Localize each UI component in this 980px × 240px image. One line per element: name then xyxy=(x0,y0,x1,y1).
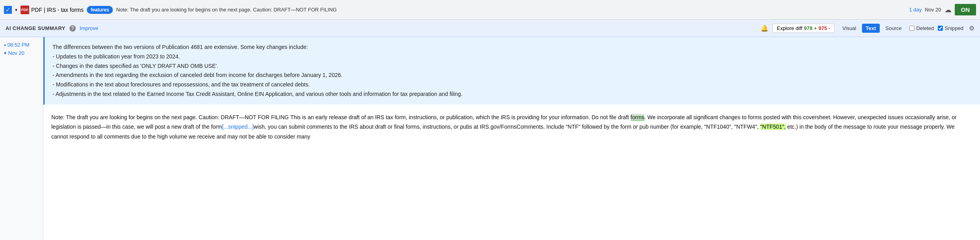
help-icon[interactable]: ? xyxy=(69,25,76,32)
cloud-icon: ☁ xyxy=(944,6,952,14)
main-layout: ▾ 08:52 PM ▾ Nov 20 The differences betw… xyxy=(0,37,980,240)
tab-source[interactable]: Source xyxy=(881,24,905,33)
document-body: Note: The draft you are looking for begi… xyxy=(43,105,980,142)
sidebar-time[interactable]: ▾ 08:52 PM xyxy=(0,40,43,49)
date-label: Nov 20 xyxy=(925,7,941,13)
sidebar-date-value: Nov 20 xyxy=(8,50,24,56)
ai-change-label: AI CHANGE SUMMARY xyxy=(6,25,66,31)
top-bar: ✓ ▾ PDF PDF | IRS - tax forms features N… xyxy=(0,0,980,20)
pdf-title: PDF | IRS - tax forms xyxy=(31,7,84,13)
snipped-label: Snipped xyxy=(944,25,963,31)
explore-diff[interactable]: Explore diff 978 + 975 - xyxy=(772,24,834,33)
summary-bar: AI CHANGE SUMMARY ? Improve 🔔 Explore di… xyxy=(0,20,980,37)
on-button[interactable]: ON xyxy=(955,4,976,15)
features-badge[interactable]: features xyxy=(87,6,113,14)
tab-visual[interactable]: Visual xyxy=(838,24,860,33)
diff-added: 978 + xyxy=(804,25,817,31)
select-checkbox[interactable]: ✓ xyxy=(4,6,12,14)
ai-summary-line-1: The differences between the two versions… xyxy=(52,43,972,52)
top-bar-note: Note: The draft you are looking for begi… xyxy=(116,7,906,13)
snipped-checkbox-label[interactable]: Snipped xyxy=(938,25,963,31)
snipped-checkbox[interactable] xyxy=(938,26,943,31)
ai-summary-line-3: - Changes in the dates specified as 'ONL… xyxy=(52,62,972,71)
pdf-icon: PDF xyxy=(21,6,29,14)
sidebar-time-value: 08:52 PM xyxy=(7,42,30,48)
doc-text-after-snipped: wish, you can submit comments to the IRS… xyxy=(254,124,760,130)
view-tabs: Visual Text Source xyxy=(838,24,905,33)
ai-summary-line-5: - Modifications in the text about forecl… xyxy=(52,80,972,90)
gear-icon[interactable]: ⚙ xyxy=(969,24,974,32)
pdf-label: PDF PDF | IRS - tax forms xyxy=(21,6,84,14)
improve-link[interactable]: Improve xyxy=(80,25,98,31)
deleted-label: Deleted xyxy=(916,25,934,31)
ai-summary-line-6: - Adjustments in the text related to the… xyxy=(52,90,972,99)
ai-summary-block: The differences between the two versions… xyxy=(43,37,980,105)
forms-highlighted: forms xyxy=(631,114,645,121)
doc-text-before-forms: Note: The draft you are looking for begi… xyxy=(51,114,631,120)
sidebar: ▾ 08:52 PM ▾ Nov 20 xyxy=(0,37,43,240)
document-paragraph: Note: The draft you are looking for begi… xyxy=(51,112,972,142)
sidebar-date[interactable]: ▾ Nov 20 xyxy=(0,49,43,57)
deleted-checkbox[interactable] xyxy=(909,26,914,31)
snipped-link[interactable]: [...snipped...] xyxy=(222,124,254,130)
content-area: The differences between the two versions… xyxy=(43,37,980,240)
day-label: 1 day xyxy=(909,7,922,13)
ai-summary-line-4: - Amendments in the text regarding the e… xyxy=(52,71,972,80)
ai-summary-line-2: - Updates to the publication year from 2… xyxy=(52,52,972,62)
dropdown-arrow-icon[interactable]: ▾ xyxy=(15,7,17,13)
diff-removed: 975 - xyxy=(819,25,830,31)
explore-diff-prefix: Explore diff xyxy=(777,25,802,31)
ntf501-highlighted: "NTF501", xyxy=(760,124,785,130)
bell-icon[interactable]: 🔔 xyxy=(761,24,768,32)
tab-text[interactable]: Text xyxy=(862,24,880,33)
deleted-checkbox-label[interactable]: Deleted xyxy=(909,25,934,31)
